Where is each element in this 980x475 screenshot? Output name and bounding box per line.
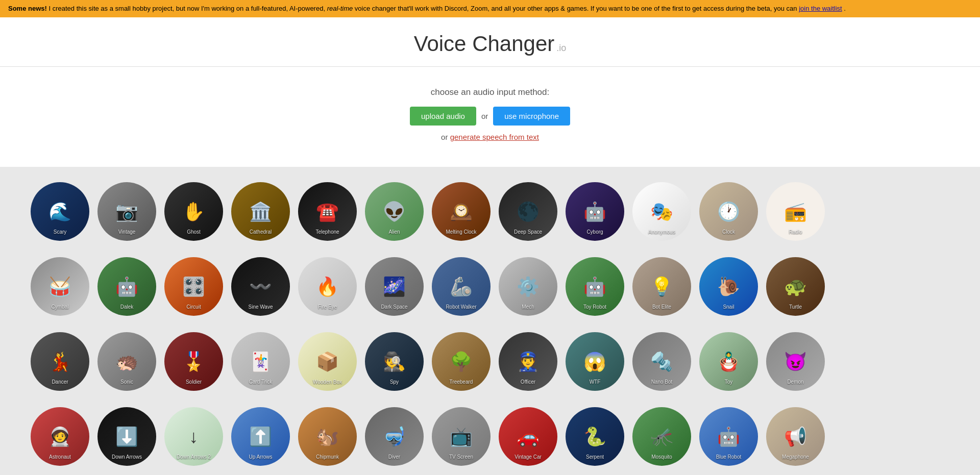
voice-circle-down-arrows-2[interactable]: ↓Down Arrows 2: [164, 407, 223, 466]
voice-icon: 💃: [48, 353, 71, 371]
voice-icon: 📻: [784, 203, 807, 221]
voice-icon: 🚗: [517, 428, 540, 446]
voice-circle-melting-clock[interactable]: 🕰️Melting Clock: [432, 182, 491, 241]
voice-circle-turtle[interactable]: 🐢Turtle: [766, 257, 825, 316]
voice-label: Clock: [699, 227, 758, 237]
voice-grid: 🌊Scary📷Vintage✋Ghost🏛️Cathedral☎️Telepho…: [0, 167, 980, 475]
voice-circle-card-trick[interactable]: 🃏Card Trick: [231, 332, 290, 391]
voice-circle-vintage[interactable]: 📷Vintage: [97, 182, 156, 241]
voice-icon: 🎖️: [182, 353, 205, 371]
voice-circle-dancer[interactable]: 💃Dancer: [31, 332, 89, 391]
upload-audio-button[interactable]: upload audio: [410, 107, 476, 126]
voice-circle-down-arrows[interactable]: ⬇️Down Arrows: [97, 407, 156, 466]
use-microphone-button[interactable]: use microphone: [493, 107, 570, 126]
voice-icon: 🐌: [717, 278, 740, 296]
voice-circle-radio[interactable]: 📻Radio: [766, 182, 825, 241]
voice-circle-cymbal[interactable]: 🥁Cymbal: [31, 257, 89, 316]
voice-icon: ⚙️: [517, 278, 540, 296]
or-separator: or: [481, 112, 488, 120]
voice-circle-treebeard[interactable]: 🌳Treebeard: [432, 332, 491, 391]
voice-label: Robot Walker: [432, 302, 491, 312]
voice-circle-wtf[interactable]: 😱WTF: [566, 332, 624, 391]
voice-circle-astronaut[interactable]: 🧑‍🚀Astronaut: [31, 407, 89, 466]
voice-label: Telephone: [298, 227, 357, 237]
voice-icon: 🤖: [717, 428, 740, 446]
voice-circle-vintage-car[interactable]: 🚗Vintage Car: [499, 407, 557, 466]
voice-label: Serpent: [566, 452, 624, 462]
voice-circle-up-arrows[interactable]: ⬆️Up Arrows: [231, 407, 290, 466]
voice-circle-nano-bot[interactable]: 🔩Nano Bot: [632, 332, 691, 391]
voice-circle-snail[interactable]: 🐌Snail: [699, 257, 758, 316]
generate-speech-link[interactable]: generate speech from text: [450, 133, 539, 141]
voice-circle-robot-walker[interactable]: 🦾Robot Walker: [432, 257, 491, 316]
voice-circle-toy-robot[interactable]: 🤖Toy Robot: [566, 257, 624, 316]
voice-circle-sonic[interactable]: 🦔Sonic: [97, 332, 156, 391]
voice-circle-deep-space[interactable]: 🌑Deep Space: [499, 182, 557, 241]
waitlist-link[interactable]: join the waitlist: [799, 5, 842, 12]
voice-circle-anonymous[interactable]: 🎭Anonymous: [632, 182, 691, 241]
voice-circle-demon[interactable]: 😈Demon: [766, 332, 825, 391]
voice-icon: ⬆️: [249, 428, 272, 446]
voice-circle-blue-robot[interactable]: 🤖Blue Robot: [699, 407, 758, 466]
voice-circle-tv-screen[interactable]: 📺TV Screen: [432, 407, 491, 466]
voice-icon: 📷: [115, 203, 138, 221]
voice-label: Spy: [365, 377, 424, 387]
voice-circle-soldier[interactable]: 🎖️Soldier: [164, 332, 223, 391]
voice-circle-spy[interactable]: 🕵️Spy: [365, 332, 424, 391]
voice-label: Demon: [766, 377, 825, 387]
voice-circle-wooden-box[interactable]: 📦Wooden Box: [298, 332, 357, 391]
voice-icon: 🧑‍🚀: [48, 428, 71, 446]
voice-circle-chipmunk[interactable]: 🐿️Chipmunk: [298, 407, 357, 466]
voice-icon: 🎛️: [182, 278, 205, 296]
voice-label: Melting Clock: [432, 227, 491, 237]
voice-circle-diver[interactable]: 🤿Diver: [365, 407, 424, 466]
voice-circle-dark-space[interactable]: 🌌Dark Space: [365, 257, 424, 316]
voice-circle-bot-elite[interactable]: 💡Bot Elite: [632, 257, 691, 316]
voice-icon: 👽: [383, 203, 406, 221]
voice-circle-dalek[interactable]: 🤖Dalek: [97, 257, 156, 316]
voice-label: Chipmunk: [298, 452, 357, 462]
voice-circle-officer[interactable]: 👮Officer: [499, 332, 557, 391]
voice-icon: 🦔: [115, 353, 138, 371]
voice-label: Up Arrows: [231, 452, 290, 462]
voice-circle-megaphone[interactable]: 📢Megaphone: [766, 407, 825, 466]
voice-label: Ghost: [164, 227, 223, 237]
voice-icon: 👮: [517, 353, 540, 371]
voice-circle-toy[interactable]: 🪆Toy: [699, 332, 758, 391]
voice-icon: 🤖: [115, 278, 138, 296]
voice-icon: 📦: [316, 353, 339, 371]
voice-label: Blue Robot: [699, 452, 758, 462]
voice-icon: 🃏: [249, 353, 272, 371]
voice-icon: 📢: [784, 428, 807, 446]
voice-label: Soldier: [164, 377, 223, 387]
voice-circle-mosquito[interactable]: 🦟Mosquito: [632, 407, 691, 466]
voice-circle-mech[interactable]: ⚙️Mech: [499, 257, 557, 316]
news-prefix: Some news!: [8, 5, 47, 12]
voice-label: Scary: [31, 227, 89, 237]
voice-rows-container: 🌊Scary📷Vintage✋Ghost🏛️Cathedral☎️Telepho…: [31, 182, 949, 474]
voice-circle-cathedral[interactable]: 🏛️Cathedral: [231, 182, 290, 241]
voice-icon: 🔥: [316, 278, 339, 296]
voice-circle-ghost[interactable]: ✋Ghost: [164, 182, 223, 241]
voice-circle-cyborg[interactable]: 🤖Cyborg: [566, 182, 624, 241]
voice-circle-alien[interactable]: 👽Alien: [365, 182, 424, 241]
voice-icon: ☎️: [316, 203, 339, 221]
voice-label: Deep Space: [499, 227, 557, 237]
voice-label: Snail: [699, 302, 758, 312]
choose-label: choose an audio input method:: [0, 87, 980, 97]
voice-circle-circuit[interactable]: 🎛️Circuit: [164, 257, 223, 316]
voice-label: WTF: [566, 377, 624, 387]
voice-circle-sine-wave[interactable]: 〰️Sine Wave: [231, 257, 290, 316]
generate-link-row: or generate speech from text: [0, 133, 980, 141]
voice-icon: 🕰️: [450, 203, 473, 221]
news-text: I created this site as a small hobby pro…: [48, 5, 327, 12]
voice-circle-scary[interactable]: 🌊Scary: [31, 182, 89, 241]
voice-icon: 📺: [450, 428, 473, 446]
news-text2: voice changer that'll work with Discord,…: [355, 5, 799, 12]
voice-circle-serpent[interactable]: 🐍Serpent: [566, 407, 624, 466]
voice-circle-telephone[interactable]: ☎️Telephone: [298, 182, 357, 241]
voice-circle-clock[interactable]: 🕐Clock: [699, 182, 758, 241]
voice-circle-fire-eye[interactable]: 🔥Fire Eye: [298, 257, 357, 316]
voice-icon: 🌑: [517, 203, 540, 221]
voice-icon: 🦟: [650, 428, 673, 446]
